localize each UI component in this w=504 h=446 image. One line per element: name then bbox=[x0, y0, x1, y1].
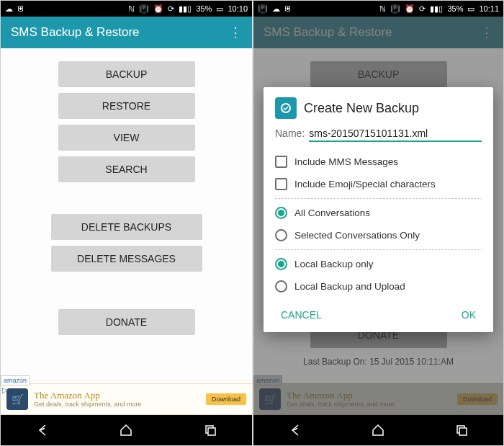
cancel-button[interactable]: CANCEL bbox=[275, 305, 328, 325]
include-emoji-option[interactable]: Include Emoji/Special characters bbox=[275, 173, 482, 195]
view-button[interactable]: VIEW bbox=[58, 125, 195, 151]
main-area: BACKUP RESTORE VIEW SEARCH DELETE BACKUP… bbox=[1, 48, 252, 335]
vibrate-icon: 📳 bbox=[390, 4, 400, 14]
option-label: Selected Conversations Only bbox=[294, 230, 420, 241]
amazon-icon: 🛒 bbox=[259, 388, 281, 410]
ad-download-button[interactable]: Download bbox=[206, 393, 246, 405]
battery-text: 35% bbox=[196, 4, 212, 13]
name-label: Name: bbox=[275, 128, 305, 139]
ad-banner[interactable]: amazon ▷ 🛒 The Amazon App Get deals, tra… bbox=[1, 383, 252, 415]
app-bar: SMS Backup & Restore ⋮ bbox=[253, 17, 503, 48]
option-label: All Conversations bbox=[294, 208, 370, 218]
recent-icon[interactable] bbox=[453, 422, 470, 439]
alarm-icon: ⏰ bbox=[405, 4, 415, 14]
status-bar: 📳 ☁ ⛨ ℕ 📳 ⏰ ⟳ ▮▮▯ 35% ▭ 10:11 bbox=[253, 1, 503, 17]
delete-messages-button[interactable]: DELETE MESSAGES bbox=[51, 246, 202, 272]
last-backup-text: Last Backup On: 15 Jul 2015 10:11:AM bbox=[303, 357, 454, 367]
amazon-icon: 🛒 bbox=[6, 388, 28, 410]
signal-icon: ▮▮▯ bbox=[179, 4, 192, 14]
recent-icon[interactable] bbox=[202, 422, 219, 439]
radio-icon bbox=[275, 280, 287, 293]
option-label: Include Emoji/Special characters bbox=[294, 179, 436, 189]
app-bar: SMS Backup & Restore ⋮ bbox=[1, 17, 252, 48]
ad-subtitle: Get deals, track shipments, and more bbox=[34, 401, 200, 409]
search-button[interactable]: SEARCH bbox=[58, 156, 195, 182]
nav-bar bbox=[253, 415, 503, 445]
ad-title: The Amazon App bbox=[34, 390, 200, 401]
shield-icon: ⛨ bbox=[284, 4, 292, 13]
ad-title: The Amazon App bbox=[287, 390, 451, 401]
selected-conversations-option[interactable]: Selected Conversations Only bbox=[275, 224, 482, 246]
ad-banner[interactable]: amazon 🛒 The Amazon App Get deals, track… bbox=[253, 383, 503, 415]
vibrate-icon: 📳 bbox=[139, 4, 149, 14]
ad-download-button[interactable]: Download bbox=[457, 393, 498, 405]
divider bbox=[275, 249, 482, 250]
radio-icon bbox=[275, 229, 287, 241]
back-icon[interactable] bbox=[34, 422, 51, 439]
ok-button[interactable]: OK bbox=[456, 305, 482, 325]
restore-button[interactable]: RESTORE bbox=[58, 93, 195, 119]
delete-backups-button[interactable]: DELETE BACKUPS bbox=[51, 214, 202, 240]
ad-close-icon[interactable]: ▷ bbox=[2, 385, 8, 395]
battery-text: 35% bbox=[447, 4, 463, 13]
divider bbox=[275, 198, 482, 199]
battery-icon: ▭ bbox=[216, 4, 223, 14]
include-mms-option[interactable]: Include MMS Messages bbox=[275, 151, 482, 173]
phone-right: 📳 ☁ ⛨ ℕ 📳 ⏰ ⟳ ▮▮▯ 35% ▭ 10:11 SMS Backup… bbox=[252, 1, 503, 445]
back-icon[interactable] bbox=[287, 422, 304, 439]
donate-button[interactable]: DONATE bbox=[58, 309, 195, 335]
create-backup-dialog: Create New Backup Name: Include MMS Mess… bbox=[264, 87, 493, 332]
option-label: Local Backup and Upload bbox=[294, 281, 405, 292]
ad-badge: amazon bbox=[253, 375, 282, 385]
checkbox-icon bbox=[275, 156, 287, 168]
vibrate-icon: 📳 bbox=[258, 4, 268, 14]
checkbox-icon bbox=[275, 178, 287, 190]
option-label: Include MMS Messages bbox=[294, 156, 398, 167]
app-title: SMS Backup & Restore bbox=[11, 25, 140, 40]
status-bar: ☁ ⛨ ℕ 📳 ⏰ ⟳ ▮▮▯ 35% ▭ 10:10 bbox=[1, 1, 252, 17]
backup-name-input[interactable] bbox=[309, 126, 482, 142]
sync-icon: ⟳ bbox=[419, 4, 426, 14]
ad-badge: amazon bbox=[1, 375, 30, 385]
app-title: SMS Backup & Restore bbox=[264, 25, 392, 40]
alarm-icon: ⏰ bbox=[153, 4, 163, 14]
all-conversations-option[interactable]: All Conversations bbox=[275, 202, 482, 224]
signal-icon: ▮▮▯ bbox=[430, 4, 443, 14]
phone-left: ☁ ⛨ ℕ 📳 ⏰ ⟳ ▮▮▯ 35% ▭ 10:10 SMS Backup &… bbox=[1, 1, 252, 445]
home-icon[interactable] bbox=[369, 422, 387, 439]
cloud-icon: ☁ bbox=[272, 4, 280, 14]
dialog-title: Create New Backup bbox=[304, 101, 419, 116]
local-backup-only-option[interactable]: Local Backup only bbox=[275, 253, 482, 275]
local-backup-upload-option[interactable]: Local Backup and Upload bbox=[275, 275, 482, 298]
svg-rect-1 bbox=[208, 428, 215, 435]
backup-button[interactable]: BACKUP bbox=[58, 61, 195, 87]
battery-icon: ▭ bbox=[467, 4, 474, 14]
radio-selected-icon bbox=[275, 207, 287, 219]
backup-button[interactable]: BACKUP bbox=[310, 61, 447, 87]
cloud-icon: ☁ bbox=[5, 4, 13, 14]
clock-text: 10:11 bbox=[479, 4, 499, 13]
clock-text: 10:10 bbox=[228, 4, 248, 13]
radio-selected-icon bbox=[275, 258, 287, 270]
shield-icon: ⛨ bbox=[17, 4, 25, 13]
svg-rect-3 bbox=[459, 428, 467, 435]
nav-bar bbox=[1, 415, 252, 445]
nfc-icon: ℕ bbox=[379, 4, 386, 14]
sync-icon: ⟳ bbox=[168, 4, 174, 14]
ad-subtitle: Get deals, track shipments, and more bbox=[287, 401, 451, 409]
dialog-app-icon bbox=[275, 97, 297, 119]
home-icon[interactable] bbox=[117, 422, 135, 439]
option-label: Local Backup only bbox=[294, 259, 374, 269]
nfc-icon: ℕ bbox=[128, 4, 135, 14]
